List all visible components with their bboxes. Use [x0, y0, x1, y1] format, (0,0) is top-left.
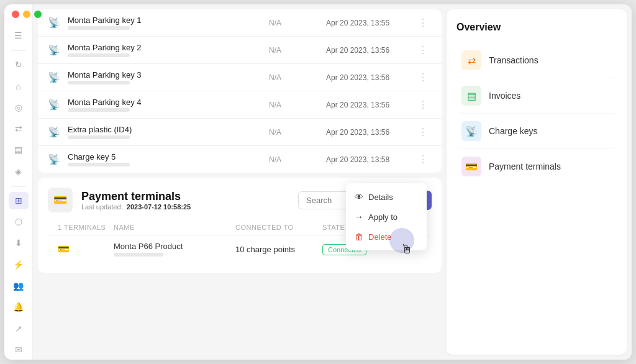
delete-label: Delete	[368, 232, 392, 242]
charge-key-icon: 📡	[48, 17, 60, 29]
charge-key-icon: 📡	[48, 126, 60, 138]
item-menu-button[interactable]: ⋮	[414, 98, 432, 112]
overview-item-chargekeys[interactable]: 📡 Charge keys	[457, 114, 617, 149]
item-na: N/A	[269, 73, 319, 82]
overview-item-payment-terminals[interactable]: 💳 Payment terminals	[457, 149, 617, 184]
item-name: Monta Parking key 3	[68, 70, 261, 80]
close-button[interactable]	[12, 11, 19, 18]
transactions-label: Transactions	[489, 55, 538, 65]
col-name-header: NAME	[114, 224, 235, 231]
item-menu-button[interactable]: ⋮	[414, 152, 432, 166]
sidebar-bulb-icon[interactable]: ◎	[9, 99, 29, 116]
context-menu-delete[interactable]: 🗑 Delete	[346, 227, 427, 247]
item-sub	[68, 26, 130, 30]
transactions-icon: ⇄	[461, 50, 481, 70]
item-name: Monta Parking key 1	[68, 16, 261, 25]
charge-keys-section: 📡 Monta Parking key 1 N/A Apr 20 2023, 1…	[38, 9, 442, 173]
sidebar-download-icon[interactable]: ⬇	[9, 234, 29, 252]
chargekeys-icon: 📡	[461, 121, 481, 141]
list-item: 📡 Monta Parking key 2 N/A Apr 20 2023, 1…	[38, 37, 442, 64]
item-name: Extra plastic (ID4)	[68, 125, 261, 134]
item-menu-button[interactable]: ⋮	[414, 16, 432, 30]
overview-title: Overview	[457, 22, 617, 33]
item-sub	[68, 81, 130, 84]
list-item: 📡 Monta Parking key 4 N/A Apr 20 2023, 1…	[38, 91, 442, 119]
item-sub	[68, 163, 130, 166]
context-menu-details[interactable]: 👁 Details	[346, 187, 427, 207]
item-date: Apr 20 2023, 13:56	[326, 101, 407, 109]
context-menu: 👁 Details → Apply to 🗑 Delete	[346, 183, 427, 250]
item-name: Monta Parking key 4	[68, 98, 261, 107]
sidebar-send-icon[interactable]: ✉	[9, 341, 29, 358]
maximize-button[interactable]	[34, 11, 42, 18]
item-menu-button[interactable]: ⋮	[414, 125, 432, 139]
traffic-lights	[12, 11, 42, 18]
minimize-button[interactable]	[23, 11, 30, 18]
row-connected-to: 10 charge points	[235, 245, 322, 254]
charge-key-icon: 📡	[48, 99, 60, 111]
delete-icon: 🗑	[355, 232, 363, 242]
item-sub	[68, 135, 130, 139]
sidebar: ☰ ↻ ⌂ ◎ ⇄ ▤ ◈ ⊞ ⬡ ⬇ ⚡ 👥 🔔 ↗ ✉	[4, 4, 33, 360]
sidebar-divider-2	[11, 186, 26, 187]
charge-key-icon: 📡	[48, 44, 60, 56]
sidebar-menu-icon[interactable]: ☰	[9, 27, 29, 44]
item-name: Charge key 5	[68, 152, 261, 162]
apply-icon: →	[355, 212, 363, 222]
item-date: Apr 20 2023, 13:56	[326, 73, 407, 82]
item-date: Apr 20 2023, 13:55	[326, 19, 407, 27]
payment-terminals-overview-icon: 💳	[461, 157, 481, 176]
last-updated-value: 2023-07-12 10:58:25	[127, 203, 191, 211]
charge-key-icon: 📡	[48, 153, 60, 165]
item-name: Monta Parking key 2	[68, 43, 261, 52]
item-info: Charge key 5	[68, 152, 261, 166]
terminal-name-text: Monta P66 Product	[114, 242, 235, 251]
item-na: N/A	[269, 46, 319, 55]
table-row: 💳 Monta P66 Product 10 charge points Con…	[48, 235, 432, 263]
item-info: Monta Parking key 1	[68, 16, 261, 30]
row-terminal-index: 💳	[58, 243, 114, 255]
sidebar-transfer-icon[interactable]: ⇄	[9, 120, 29, 137]
overview-item-transactions[interactable]: ⇄ Transactions	[457, 43, 617, 78]
terminal-sub	[114, 253, 163, 257]
item-info: Monta Parking key 4	[68, 98, 261, 112]
item-na: N/A	[269, 155, 319, 164]
item-na: N/A	[269, 19, 319, 27]
invoices-label: Invoices	[489, 91, 520, 101]
item-info: Extra plastic (ID4)	[68, 125, 261, 139]
sidebar-users-icon[interactable]: 👥	[9, 277, 29, 294]
app-window: ☰ ↻ ⌂ ◎ ⇄ ▤ ◈ ⊞ ⬡ ⬇ ⚡ 👥 🔔 ↗ ✉ 📡 Monta Pa…	[4, 4, 632, 360]
item-date: Apr 20 2023, 13:56	[326, 128, 407, 137]
row-terminal-name: Monta P66 Product	[114, 242, 235, 257]
sidebar-refresh-icon[interactable]: ↻	[9, 56, 29, 73]
item-info: Monta Parking key 3	[68, 70, 261, 84]
context-menu-apply[interactable]: → Apply to	[346, 207, 427, 227]
item-sub	[68, 108, 130, 112]
col-terminals-header: 1 TERMINALS	[58, 224, 114, 231]
sidebar-bell-icon[interactable]: 🔔	[9, 298, 29, 316]
payment-terminals-subtitle: Last updated: 2023-07-12 10:58:25	[81, 203, 289, 211]
sidebar-box-icon[interactable]: ⬡	[9, 213, 29, 230]
payment-terminals-section: 💳 Payment terminals Last updated: 2023-0…	[38, 178, 442, 273]
list-item: 📡 Monta Parking key 3 N/A Apr 20 2023, 1…	[38, 64, 442, 91]
sidebar-grid-icon[interactable]: ⊞	[9, 192, 29, 209]
sidebar-divider-1	[11, 50, 26, 51]
payment-terminals-title: Payment terminals	[81, 190, 289, 203]
payment-terminals-icon: 💳	[48, 188, 73, 212]
sidebar-gift-icon[interactable]: ◈	[9, 163, 29, 180]
overview-item-invoices[interactable]: ▤ Invoices	[457, 78, 617, 114]
list-item: 📡 Charge key 5 N/A Apr 20 2023, 13:58 ⋮	[38, 146, 442, 173]
sidebar-document-icon[interactable]: ▤	[9, 141, 29, 158]
item-menu-button[interactable]: ⋮	[414, 43, 432, 57]
main-content: 📡 Monta Parking key 1 N/A Apr 20 2023, 1…	[33, 4, 447, 360]
sidebar-bolt-icon[interactable]: ⚡	[9, 256, 29, 273]
item-na: N/A	[269, 128, 319, 137]
item-sub	[68, 53, 130, 57]
overview-panel: Overview ⇄ Transactions ▤ Invoices 📡 Cha…	[447, 9, 627, 355]
chargekeys-label: Charge keys	[489, 126, 538, 136]
item-info: Monta Parking key 2	[68, 43, 261, 57]
list-item: 📡 Monta Parking key 1 N/A Apr 20 2023, 1…	[38, 9, 442, 37]
item-menu-button[interactable]: ⋮	[414, 70, 432, 84]
sidebar-arrow-icon[interactable]: ↗	[9, 319, 29, 337]
sidebar-home-icon[interactable]: ⌂	[9, 77, 29, 94]
